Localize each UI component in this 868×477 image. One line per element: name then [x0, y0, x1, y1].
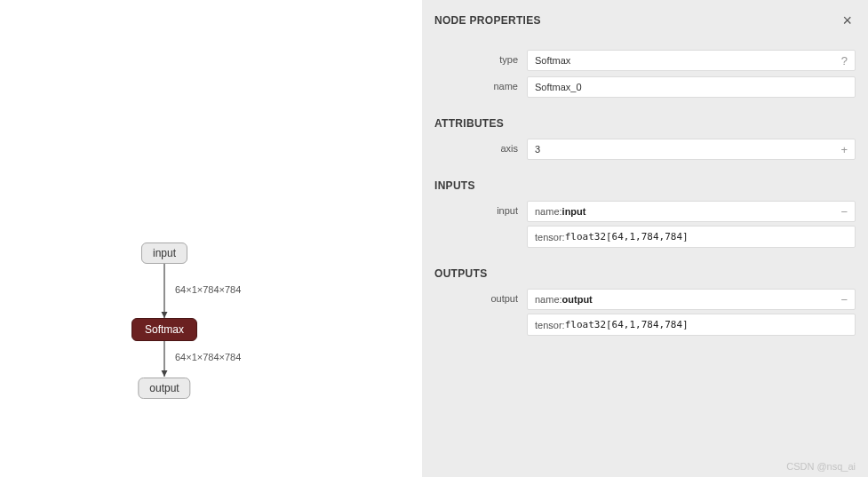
input-tensor-key: tensor: [535, 232, 565, 242]
close-icon[interactable]: × [839, 11, 856, 30]
type-value-box[interactable]: Softmax ? [527, 50, 856, 71]
graph-output-node[interactable]: output [138, 378, 190, 399]
input-name-value: input [562, 206, 586, 217]
expand-icon[interactable]: + [840, 143, 848, 156]
row-type: type Softmax ? [434, 50, 856, 71]
graph-input-node[interactable]: input [141, 242, 187, 264]
inputs-heading: INPUTS [434, 179, 856, 192]
input-name-box[interactable]: name: input − [527, 201, 856, 222]
properties-pane: NODE PROPERTIES × type Softmax ? name So… [422, 0, 868, 477]
name-label: name [434, 76, 527, 98]
help-icon[interactable]: ? [841, 54, 848, 68]
output-tensor-box[interactable]: tensor: float32[64,1,784,784] [527, 314, 856, 336]
graph-edges [0, 0, 422, 477]
outputs-heading: OUTPUTS [434, 267, 856, 280]
graph-op-label: Softmax [145, 323, 184, 336]
watermark: CSDN @nsq_ai [786, 461, 856, 472]
axis-label: axis [434, 139, 527, 160]
graph-output-label: output [149, 382, 179, 394]
row-name: name Softmax_0 [434, 76, 856, 98]
input-tensor-value: float32[64,1,784,784] [565, 231, 689, 242]
graph-edge2-shape: 64×1×784×784 [175, 352, 241, 362]
name-value-box[interactable]: Softmax_0 [527, 76, 856, 98]
collapse-icon[interactable]: − [840, 205, 848, 219]
output-name-box[interactable]: name: output − [527, 289, 856, 310]
graph-pane[interactable]: input 64×1×784×784 Softmax 64×1×784×784 … [0, 0, 422, 477]
type-value: Softmax [535, 55, 570, 66]
panel-title: NODE PROPERTIES [434, 14, 541, 27]
attributes-heading: ATTRIBUTES [434, 117, 856, 130]
output-name-value: output [562, 294, 593, 305]
graph-edge1-shape: 64×1×784×784 [175, 284, 241, 295]
type-label: type [434, 50, 527, 71]
input-name-key: name: [535, 206, 562, 217]
input-row-label: input [434, 201, 527, 248]
axis-value-box[interactable]: 3 + [527, 139, 856, 160]
output-tensor-key: tensor: [535, 320, 565, 330]
output-name-key: name: [535, 294, 562, 305]
row-output: output name: output − tensor: float32[64… [434, 289, 856, 336]
graph-input-label: input [153, 247, 176, 259]
output-tensor-value: float32[64,1,784,784] [565, 319, 689, 330]
row-axis: axis 3 + [434, 139, 856, 160]
row-input: input name: input − tensor: float32[64,1… [434, 201, 856, 248]
input-tensor-box[interactable]: tensor: float32[64,1,784,784] [527, 226, 856, 248]
name-value: Softmax_0 [535, 82, 582, 92]
output-row-label: output [434, 289, 527, 336]
graph-op-node[interactable]: Softmax [131, 318, 197, 341]
collapse-icon[interactable]: − [840, 293, 848, 306]
axis-value: 3 [535, 144, 540, 155]
